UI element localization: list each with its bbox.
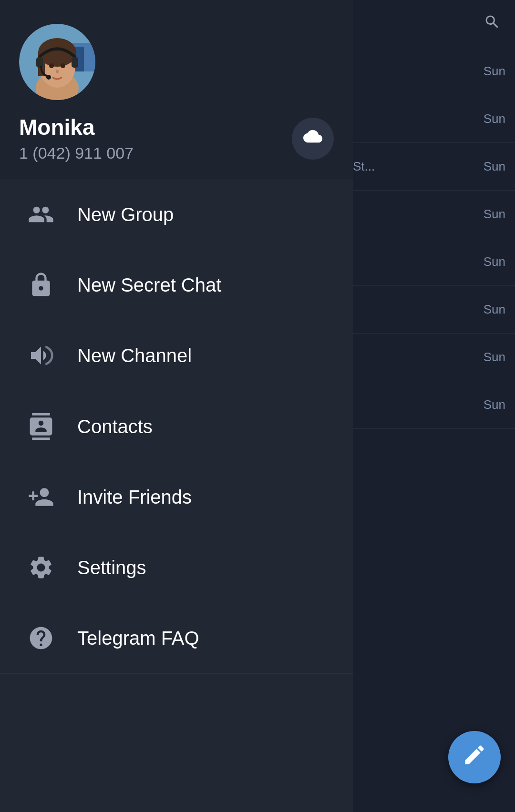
menu-section-2: Contacts Invite Friends Settings	[0, 391, 353, 674]
chat-timestamp-1: Sun	[484, 64, 505, 79]
chat-bg-item-1: Sun	[348, 48, 515, 95]
menu-item-new-secret-chat[interactable]: New Secret Chat	[0, 250, 353, 320]
menu-item-contacts[interactable]: Contacts	[0, 391, 353, 462]
group-icon	[24, 197, 58, 232]
menu-label-settings: Settings	[77, 557, 146, 579]
svg-rect-11	[72, 57, 78, 68]
chat-timestamp-2: Sun	[484, 112, 505, 126]
drawer-menu: New Group New Secret Chat New Chann	[0, 179, 353, 812]
svg-point-12	[46, 75, 51, 80]
gear-icon	[24, 550, 58, 585]
chat-bg-item-2: Sun	[348, 95, 515, 143]
megaphone-icon	[24, 338, 58, 373]
cloud-button[interactable]	[292, 118, 334, 160]
menu-item-new-group[interactable]: New Group	[0, 179, 353, 250]
side-drawer: Monika 1 (042) 911 007	[0, 0, 353, 812]
menu-label-invite-friends: Invite Friends	[77, 487, 192, 508]
chat-timestamp-5: Sun	[484, 254, 505, 269]
user-name: Monika	[19, 114, 292, 140]
avatar-row	[19, 24, 334, 100]
chat-timestamp-8: Sun	[484, 397, 505, 412]
svg-point-15	[56, 70, 59, 73]
chat-bg-item-3: St... Sun	[348, 143, 515, 191]
svg-point-13	[49, 63, 54, 68]
chat-header-bg	[348, 0, 515, 48]
chat-bg-item-4: Sun	[348, 191, 515, 238]
search-icon	[484, 13, 501, 34]
svg-point-14	[61, 63, 65, 68]
menu-section-1: New Group New Secret Chat New Chann	[0, 179, 353, 391]
menu-label-contacts: Contacts	[77, 416, 153, 437]
cloud-icon	[303, 127, 322, 150]
chat-timestamp-7: Sun	[484, 350, 505, 365]
menu-item-invite-friends[interactable]: Invite Friends	[0, 462, 353, 532]
user-phone: 1 (042) 911 007	[19, 144, 292, 162]
menu-label-new-secret-chat: New Secret Chat	[77, 274, 221, 296]
drawer-header: Monika 1 (042) 911 007	[0, 0, 353, 179]
menu-label-new-channel: New Channel	[77, 345, 192, 366]
menu-label-telegram-faq: Telegram FAQ	[77, 628, 199, 649]
user-info-row: Monika 1 (042) 911 007	[19, 114, 334, 162]
menu-label-new-group: New Group	[77, 204, 174, 225]
chat-bg-item-8: Sun	[348, 381, 515, 429]
menu-item-settings[interactable]: Settings	[0, 532, 353, 603]
user-text: Monika 1 (042) 911 007	[19, 114, 292, 162]
chat-bg-item-6: Sun	[348, 286, 515, 334]
contact-icon	[24, 409, 58, 444]
chat-partial-text: St...	[353, 159, 375, 174]
chat-timestamp-6: Sun	[484, 302, 505, 317]
question-icon	[24, 621, 58, 655]
chat-bg-item-5: Sun	[348, 238, 515, 286]
menu-item-new-channel[interactable]: New Channel	[0, 320, 353, 391]
menu-item-telegram-faq[interactable]: Telegram FAQ	[0, 603, 353, 673]
chat-bg-item-7: Sun	[348, 334, 515, 381]
lock-icon	[24, 268, 58, 302]
add-person-icon	[24, 480, 58, 514]
chat-timestamp-3: Sun	[484, 159, 505, 174]
pencil-icon	[462, 742, 487, 772]
avatar[interactable]	[19, 24, 95, 100]
chat-timestamp-4: Sun	[484, 207, 505, 222]
chat-list-background: Sun Sun St... Sun Sun Sun Sun Sun Sun	[348, 0, 515, 812]
compose-fab-button[interactable]	[448, 731, 501, 783]
